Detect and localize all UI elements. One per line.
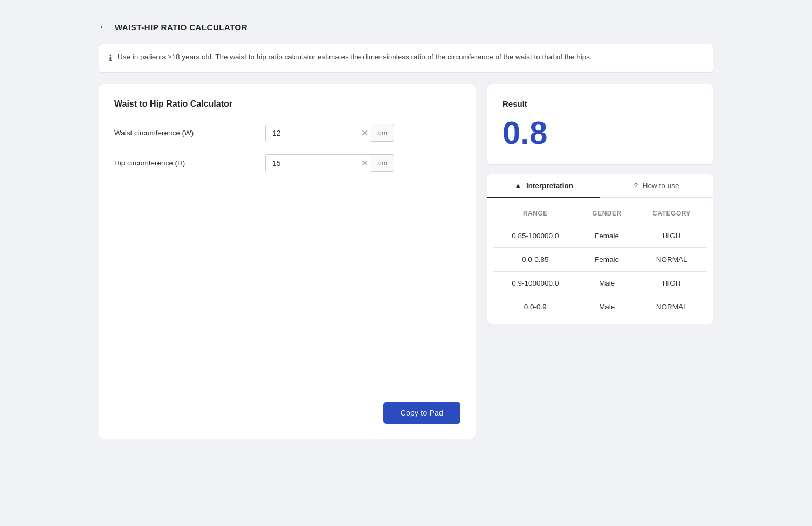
table-cell: 0.9-1000000.0 — [493, 271, 578, 295]
tab-how-to-use-label: How to use — [643, 182, 679, 190]
main-content: Waist to Hip Ratio Calculator Waist circ… — [99, 84, 713, 439]
table-container: RANGE GENDER CATEGORY 0.85-100000.0Femal… — [487, 198, 713, 324]
table-cell: NORMAL — [636, 295, 707, 319]
back-button[interactable]: ← — [99, 22, 108, 33]
info-banner: ℹ Use in patients ≥18 years old. The wai… — [99, 44, 713, 73]
info-icon: ℹ — [109, 52, 112, 65]
table-row: 0.0-0.85FemaleNORMAL — [493, 247, 707, 271]
info-text: Use in patients ≥18 years old. The waist… — [118, 52, 592, 63]
waist-clear-button[interactable]: ✕ — [358, 128, 371, 138]
interpretation-icon: ▲ — [514, 182, 521, 190]
hip-unit: cm — [371, 154, 394, 172]
calculator-panel: Waist to Hip Ratio Calculator Waist circ… — [99, 84, 476, 439]
col-header-range: RANGE — [493, 203, 578, 224]
waist-input[interactable] — [265, 124, 373, 142]
header: ← WAIST-HIP RATIO CALCULATOR — [99, 22, 713, 33]
page-title: WAIST-HIP RATIO CALCULATOR — [115, 23, 247, 32]
table-cell: 0.0-0.85 — [493, 247, 578, 271]
calculator-panel-title: Waist to Hip Ratio Calculator — [114, 99, 460, 109]
page-container: ← WAIST-HIP RATIO CALCULATOR ℹ Use in pa… — [82, 0, 730, 461]
waist-input-group: ✕ cm — [265, 124, 394, 142]
table-cell: 0.0-0.9 — [493, 295, 578, 319]
table-cell: HIGH — [636, 271, 707, 295]
table-cell: Female — [578, 247, 636, 271]
table-cell: 0.85-100000.0 — [493, 224, 578, 247]
interpretation-card: ▲ Interpretation ? How to use RANGE GEND… — [487, 174, 713, 324]
col-header-gender: GENDER — [578, 203, 636, 224]
how-to-use-icon: ? — [634, 182, 638, 190]
hip-input[interactable] — [265, 154, 373, 172]
copy-btn-container: Copy to Pad — [383, 402, 460, 424]
table-cell: Male — [578, 271, 636, 295]
tab-how-to-use[interactable]: ? How to use — [600, 174, 713, 197]
table-cell: NORMAL — [636, 247, 707, 271]
table-row: 0.9-1000000.0MaleHIGH — [493, 271, 707, 295]
col-header-category: CATEGORY — [636, 203, 707, 224]
result-panel: Result 0.8 ▲ Interpretation ? How to use — [487, 84, 713, 324]
waist-label: Waist circumference (W) — [114, 129, 265, 137]
result-value-card: Result 0.8 — [487, 84, 713, 165]
hip-input-group: ✕ cm — [265, 154, 394, 172]
table-row: 0.0-0.9MaleNORMAL — [493, 295, 707, 319]
tab-interpretation-label: Interpretation — [526, 182, 573, 190]
table-cell: HIGH — [636, 224, 707, 247]
interpretation-table: RANGE GENDER CATEGORY 0.85-100000.0Femal… — [493, 203, 707, 319]
hip-field-row: Hip circumference (H) ✕ cm — [114, 154, 460, 172]
result-label: Result — [503, 99, 698, 108]
table-header-row: RANGE GENDER CATEGORY — [493, 203, 707, 224]
result-value: 0.8 — [503, 117, 698, 149]
hip-clear-button[interactable]: ✕ — [358, 158, 371, 168]
table-cell: Male — [578, 295, 636, 319]
table-cell: Female — [578, 224, 636, 247]
tab-interpretation[interactable]: ▲ Interpretation — [487, 174, 600, 197]
hip-label: Hip circumference (H) — [114, 159, 265, 167]
waist-unit: cm — [371, 124, 394, 142]
table-row: 0.85-100000.0FemaleHIGH — [493, 224, 707, 247]
waist-field-row: Waist circumference (W) ✕ cm — [114, 124, 460, 142]
tabs: ▲ Interpretation ? How to use — [487, 174, 713, 198]
copy-to-pad-button[interactable]: Copy to Pad — [383, 402, 460, 424]
